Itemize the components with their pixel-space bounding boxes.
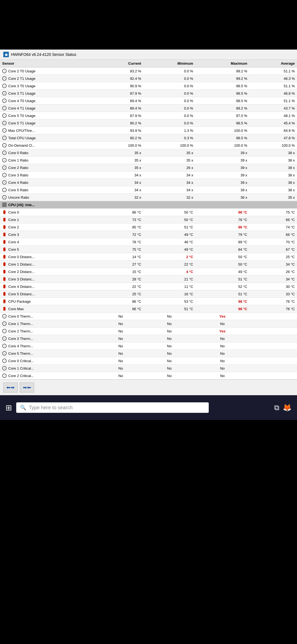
section-header-label: CPU [#0]: Inte...	[8, 203, 35, 207]
sensor-icon	[2, 180, 7, 185]
sensor-name-cell: Core 0 Therm...	[0, 313, 98, 320]
table-row: Core 1 Ratio35 x35 x39 x38 x	[0, 157, 297, 164]
sensor-label: Core 2 Distanc...	[8, 270, 35, 274]
sensor-average: 74 °C	[249, 223, 297, 231]
sensor-maximum: No	[195, 365, 249, 372]
sensor-average: 51.1 %	[249, 97, 297, 105]
sensor-name-cell: Core 5	[0, 246, 98, 253]
col-minimum: Minimum	[143, 60, 195, 67]
sensor-label: Core 2 T0 Usage	[8, 69, 35, 73]
sensor-name-cell: Core 2 Therm...	[0, 328, 98, 335]
table-row: Core 5 Distanc...25 °C16 °C51 °C33 °C	[0, 290, 297, 298]
sensor-current: No	[98, 342, 143, 350]
sensor-minimum: 0.0 %	[143, 105, 195, 112]
sensor-icon	[2, 188, 7, 192]
taskview-icon[interactable]: ⧉	[274, 403, 279, 412]
sensor-maximum: No	[195, 357, 249, 365]
sensor-average: 67 °C	[249, 246, 297, 253]
table-row: Core 5 Therm...NoNoNo	[0, 350, 297, 357]
sensor-name-cell: Total CPU Usage	[0, 134, 98, 142]
table-row: Core 285 °C51 °C96 °C74 °C	[0, 223, 297, 231]
sensor-current: 32 x	[98, 194, 143, 201]
sensor-minimum: 0.0 %	[143, 75, 195, 82]
sensor-average: 38 x	[249, 157, 297, 164]
sensor-average: 25 °C	[249, 253, 297, 261]
sensor-current: No	[98, 328, 143, 335]
sensor-icon	[2, 344, 7, 348]
sensor-maximum: 89 °C	[195, 238, 249, 246]
sensor-icon	[2, 121, 7, 125]
sensor-average	[249, 313, 297, 320]
thermometer-icon	[2, 299, 7, 304]
sensor-icon	[2, 143, 7, 148]
sensor-minimum: 50 °C	[143, 209, 195, 216]
sensor-maximum: No	[195, 350, 249, 357]
taskbar: ⊞ 🔍 Type here to search ⧉ 🦊	[0, 395, 297, 420]
sensor-average	[249, 320, 297, 328]
table-row: Core 1 Therm...NoNoNo	[0, 320, 297, 328]
sensor-average: 51.1 %	[249, 82, 297, 90]
thermometer-icon	[2, 284, 7, 289]
col-current: Current	[98, 60, 143, 67]
sensor-maximum: Yes	[195, 328, 249, 335]
sensor-label: Core 2	[8, 225, 19, 229]
sensor-current: 72 °C	[98, 231, 143, 238]
sensor-label: Core 2 Therm...	[8, 329, 33, 333]
sensor-maximum: 39 x	[195, 164, 249, 171]
sensor-minimum: 35 x	[143, 149, 195, 157]
sensor-label: Core 0 Distanc...	[8, 255, 35, 259]
sensor-name-cell: Core 0 Ratio	[0, 149, 98, 157]
bottom-toolbar: ⬅➡ ➡⬅	[0, 380, 297, 395]
sensor-name-cell: Core 3 T0 Usage	[0, 82, 98, 90]
sensor-average	[249, 365, 297, 372]
sensor-minimum: 49 °C	[143, 231, 195, 238]
table-row: On-Demand Cl...100.0 %100.0 %100.0 %100.…	[0, 142, 297, 149]
sensor-current: No	[98, 350, 143, 357]
sensor-current: No	[98, 320, 143, 328]
taskbar-search-box[interactable]: 🔍 Type here to search	[16, 402, 209, 413]
sensor-minimum: 32 x	[143, 194, 195, 201]
nav-button-forward-back[interactable]: ⬅➡	[3, 383, 18, 392]
sensor-average: 33 °C	[249, 290, 297, 298]
sensor-icon	[2, 329, 7, 333]
sensor-label: Core 5 T1 Usage	[8, 121, 35, 125]
sensor-current: No	[98, 372, 143, 380]
top-black-bar	[0, 0, 297, 50]
browser-icon[interactable]: 🦊	[283, 403, 292, 412]
sensor-maximum: 100.0 %	[195, 142, 249, 149]
sensor-table: Sensor Current Minimum Maximum Average C…	[0, 60, 297, 380]
nav-button-back-forward[interactable]: ➡⬅	[20, 383, 34, 392]
sensor-icon	[2, 373, 7, 378]
windows-start-icon[interactable]: ⊞	[6, 403, 12, 412]
sensor-average	[249, 372, 297, 380]
table-row: CPU Package86 °C53 °C98 °C76 °C	[0, 298, 297, 305]
sensor-label: Core 1 Ratio	[8, 158, 28, 162]
sensor-current: No	[98, 313, 143, 320]
thermometer-icon	[2, 292, 7, 296]
thermometer-icon	[2, 240, 7, 244]
sensor-maximum: 99.2 %	[195, 105, 249, 112]
sensor-minimum: 51 °C	[143, 223, 195, 231]
thermometer-icon	[2, 232, 7, 237]
sensor-minimum: 11 °C	[143, 283, 195, 290]
sensor-minimum: No	[143, 320, 195, 328]
table-row: Core 478 °C48 °C89 °C70 °C	[0, 238, 297, 246]
thermometer-icon	[2, 262, 7, 266]
thermometer-icon	[2, 247, 7, 252]
sensor-icon	[2, 158, 7, 162]
sensor-name-cell: Core 2 T0 Usage	[0, 67, 98, 75]
sensor-maximum: 100.0 %	[195, 127, 249, 134]
sensor-current: 27 °C	[98, 261, 143, 268]
sensor-minimum: No	[143, 350, 195, 357]
sensor-maximum: 98.5 %	[195, 97, 249, 105]
sensor-average: 76 °C	[249, 298, 297, 305]
thermometer-icon	[2, 307, 7, 311]
sensor-name-cell: Core 0 Critical...	[0, 357, 98, 365]
sensor-current: 90.9 %	[98, 82, 143, 90]
sensor-minimum: 0.0 %	[143, 112, 195, 119]
sensor-average: 51.1 %	[249, 67, 297, 75]
table-row: Core 086 °C50 °C98 °C75 °C	[0, 209, 297, 216]
sensor-label: Core 5 Distanc...	[8, 292, 35, 296]
sensor-minimum: 0.0 %	[143, 119, 195, 127]
sensor-label: Core 1 Distanc...	[8, 262, 35, 266]
